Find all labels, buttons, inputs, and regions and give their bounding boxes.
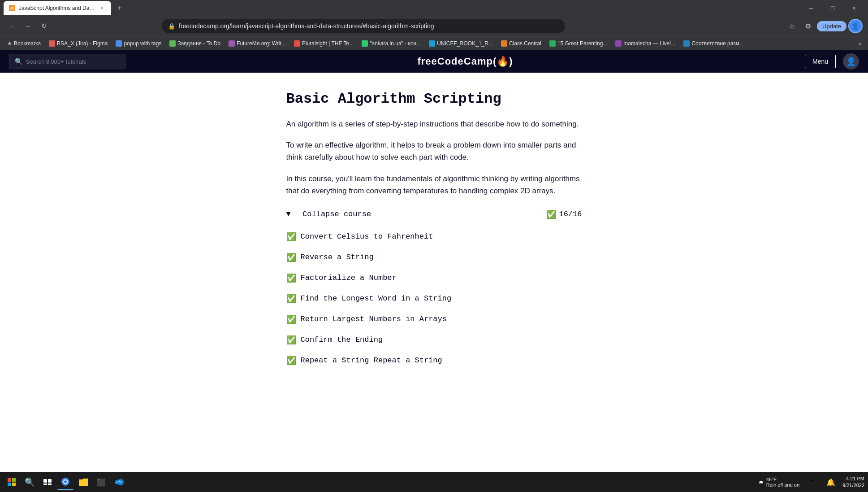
taskbar-terminal-button[interactable]: ⬛ bbox=[93, 474, 109, 490]
completed-check-icon: ✅ bbox=[286, 232, 296, 242]
bookmark-favicon bbox=[169, 40, 176, 47]
taskbar: 🔍 ⬛ </> 🌧 46°F Rain off a bbox=[0, 472, 868, 492]
bookmark-sootv[interactable]: Соответствие разм... bbox=[680, 38, 747, 49]
bookmark-label: popup with tags bbox=[124, 40, 161, 47]
active-tab[interactable]: JS JavaScript Algorithms and Data... × bbox=[4, 1, 111, 15]
back-button[interactable]: ← bbox=[5, 20, 18, 32]
start-button[interactable] bbox=[4, 474, 20, 490]
taskbar-vscode-button[interactable]: </> bbox=[111, 474, 127, 490]
svg-point-6 bbox=[64, 480, 67, 483]
close-window-button[interactable]: × bbox=[844, 1, 864, 15]
tab-title: JavaScript Algorithms and Data... bbox=[19, 5, 95, 11]
bookmark-label: Завдання - To Do bbox=[177, 40, 220, 47]
bookmark-unicef[interactable]: UNICEF_BOOK_1_R... bbox=[425, 38, 497, 49]
taskbar-chrome-button[interactable] bbox=[57, 474, 73, 490]
notifications-button[interactable]: 🔔 bbox=[823, 474, 839, 490]
svg-rect-0 bbox=[43, 479, 47, 483]
window-controls: ─ □ × bbox=[801, 1, 864, 15]
course-item-label: Return Largest Numbers in Arrays bbox=[301, 315, 447, 323]
weather-widget: 🌧 46°F Rain off and on bbox=[759, 477, 799, 488]
bookmark-label: 15 Great Parenting... bbox=[557, 40, 607, 47]
user-avatar[interactable]: 👤 bbox=[843, 53, 859, 70]
completed-check-icon: ✅ bbox=[286, 294, 296, 304]
bookmark-bsa[interactable]: BSA_X (Jira) - Figma bbox=[45, 38, 111, 49]
collapse-arrow-icon: ▼ bbox=[286, 210, 291, 218]
more-bookmarks-button[interactable]: » bbox=[856, 39, 864, 48]
taskbar-search-button[interactable]: 🔍 bbox=[22, 474, 38, 490]
windows-icon bbox=[8, 478, 16, 486]
reload-button[interactable]: ↻ bbox=[38, 20, 50, 32]
course-item-label: Reverse a String bbox=[301, 253, 374, 261]
bookmark-futureme[interactable]: FutureMe.org: Writ... bbox=[225, 38, 289, 49]
completed-check-icon: ✅ bbox=[286, 335, 296, 345]
bookmark-bookmarks[interactable]: ★ Bookmarks bbox=[4, 38, 44, 49]
bookmark-pluralsight[interactable]: Pluralsight | THE Te... bbox=[290, 38, 357, 49]
maximize-button[interactable]: □ bbox=[822, 1, 843, 15]
forward-button[interactable]: → bbox=[22, 20, 34, 32]
course-item-largest-numbers[interactable]: ✅ Return Largest Numbers in Arrays bbox=[286, 309, 582, 330]
progress-text: 16/16 bbox=[559, 210, 582, 218]
collapse-bar: ▼ Collapse course ✅ 16/16 bbox=[286, 209, 582, 219]
minimize-button[interactable]: ─ bbox=[801, 1, 821, 15]
weather-description: Rain off and on bbox=[766, 482, 799, 488]
bookmark-label: FutureMe.org: Writ... bbox=[237, 40, 286, 47]
bookmark-favicon bbox=[294, 40, 300, 47]
search-placeholder: Search 8,000+ tutorials bbox=[26, 58, 86, 65]
course-item-confirm-ending[interactable]: ✅ Confirm the Ending bbox=[286, 330, 582, 350]
course-item-label: Factorialize a Number bbox=[301, 274, 397, 282]
collapse-label: Collapse course bbox=[294, 210, 371, 218]
svg-rect-1 bbox=[48, 479, 52, 483]
bookmark-star-icon[interactable]: ☆ bbox=[785, 19, 799, 33]
bookmark-label: Pluralsight | THE Te... bbox=[302, 40, 354, 47]
search-icon: 🔍 bbox=[15, 58, 22, 65]
search-box[interactable]: 🔍 Search 8,000+ tutorials bbox=[9, 54, 125, 69]
tab-close-button[interactable]: × bbox=[99, 4, 106, 12]
bookmark-favicon bbox=[429, 40, 435, 47]
intro-paragraph-1: An algorithm is a series of step-by-step… bbox=[286, 118, 582, 130]
bookmark-label: mamalecha — Live!... bbox=[623, 40, 675, 47]
profile-button[interactable]: 👤 bbox=[848, 19, 863, 33]
course-item-reverse[interactable]: ✅ Reverse a String bbox=[286, 247, 582, 268]
course-item-factorial[interactable]: ✅ Factorialize a Number bbox=[286, 268, 582, 288]
bookmark-mamalecha[interactable]: mamalecha — Live!... bbox=[612, 38, 679, 49]
completed-check-icon: ✅ bbox=[286, 356, 296, 366]
progress-check-icon: ✅ bbox=[546, 209, 556, 219]
fcc-flame: 🔥 bbox=[497, 56, 509, 67]
course-item-celsius[interactable]: ✅ Convert Celsius to Fahrenheit bbox=[286, 226, 582, 247]
new-tab-button[interactable]: + bbox=[113, 2, 125, 14]
bookmark-zavdannya[interactable]: Завдання - To Do bbox=[166, 38, 224, 49]
bookmark-favicon bbox=[501, 40, 507, 47]
url-bar[interactable]: 🔒 freecodecamp.org/learn/javascript-algo… bbox=[162, 19, 565, 33]
bookmark-popup[interactable]: popup with tags bbox=[112, 38, 165, 49]
course-list: ✅ Convert Celsius to Fahrenheit ✅ Revers… bbox=[286, 226, 582, 371]
bookmark-favicon bbox=[116, 40, 122, 47]
weather-icon: 🌧 bbox=[759, 479, 764, 485]
bookmark-label: Соответствие разм... bbox=[691, 40, 744, 47]
taskbar-files-button[interactable] bbox=[75, 474, 91, 490]
bookmark-label: UNICEF_BOOK_1_R... bbox=[437, 40, 493, 47]
collapse-button[interactable]: ▼ Collapse course bbox=[286, 210, 371, 218]
bookmark-favicon bbox=[683, 40, 690, 47]
address-bar: ← → ↻ 🔒 freecodecamp.org/learn/javascrip… bbox=[0, 16, 868, 36]
menu-button[interactable]: Menu bbox=[805, 55, 836, 68]
course-item-longest-word[interactable]: ✅ Find the Longest Word in a String bbox=[286, 288, 582, 309]
bookmark-favicon bbox=[362, 40, 368, 47]
bookmark-favicon bbox=[549, 40, 556, 47]
task-view-button[interactable] bbox=[39, 474, 56, 490]
update-button[interactable]: Update bbox=[817, 21, 846, 31]
extensions-button[interactable]: ⚙ bbox=[801, 19, 815, 33]
bookmark-ankara[interactable]: "ankara.in.ua" - кон... bbox=[358, 38, 424, 49]
completed-check-icon: ✅ bbox=[286, 273, 296, 283]
system-tray-icons[interactable]: ⌃ bbox=[803, 474, 819, 490]
title-bar: JS JavaScript Algorithms and Data... × +… bbox=[0, 0, 868, 16]
svg-text:</>: </> bbox=[116, 480, 123, 485]
course-item-repeat-string[interactable]: ✅ Repeat a String Repeat a String bbox=[286, 350, 582, 371]
bookmark-favicon bbox=[615, 40, 622, 47]
bookmark-favicon bbox=[229, 40, 235, 47]
completed-check-icon: ✅ bbox=[286, 314, 296, 324]
tab-favicon: JS bbox=[9, 5, 15, 11]
completed-check-icon: ✅ bbox=[286, 253, 296, 262]
bookmark-parenting[interactable]: 15 Great Parenting... bbox=[546, 38, 611, 49]
bookmark-classcentral[interactable]: Class Central bbox=[497, 38, 545, 49]
clock: 4:21 PM 9/21/2022 bbox=[842, 475, 864, 489]
